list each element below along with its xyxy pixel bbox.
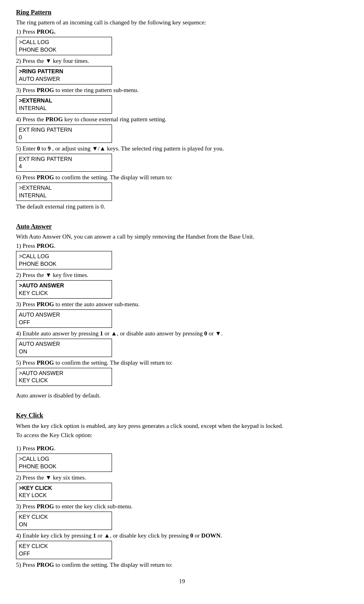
ring-step-3: 3) Press PROG to enter the ring pattern … bbox=[16, 86, 348, 94]
ring-pattern-intro: The ring pattern of an incoming call is … bbox=[16, 18, 348, 27]
ring-lcd-6: >EXTERNAL INTERNAL bbox=[16, 183, 112, 201]
auto-lcd-4-line2: ON bbox=[19, 348, 27, 355]
key-lcd-3: KEY CLICK ON bbox=[16, 512, 112, 530]
key-lcd-4-line2: OFF bbox=[19, 550, 30, 557]
key-lcd-2-line2: KEY LOCK bbox=[19, 492, 47, 498]
auto-lcd-3-line2: OFF bbox=[19, 319, 30, 325]
ring-lcd-3: >EXTERNAL INTERNAL bbox=[16, 95, 112, 114]
ring-lcd-2-line2: AUTO ANSWER bbox=[19, 76, 60, 82]
ring-lcd-1-line2: PHONE BOOK bbox=[19, 46, 56, 53]
ring-lcd-3-line2: INTERNAL bbox=[19, 105, 46, 111]
key-step-4: 4) Enable key click by pressing 1 or ▲, … bbox=[16, 532, 348, 540]
auto-lcd-3: AUTO ANSWER OFF bbox=[16, 309, 112, 328]
auto-step-2: 2) Press the ▼ key five times. bbox=[16, 271, 348, 279]
ring-default-note: The default external ring pattern is 0. bbox=[16, 203, 348, 211]
key-lcd-3-line1: KEY CLICK bbox=[19, 514, 48, 520]
ring-lcd-5-line2: 4 bbox=[19, 163, 22, 169]
ring-pattern-heading: Ring Pattern bbox=[16, 8, 348, 17]
auto-answer-intro: With Auto Answer ON, you can answer a ca… bbox=[16, 233, 348, 241]
auto-lcd-5-line2: KEY CLICK bbox=[19, 377, 48, 383]
key-lcd-4-line1: KEY CLICK bbox=[19, 543, 48, 549]
auto-lcd-1-line2: PHONE BOOK bbox=[19, 261, 56, 267]
page-number: 19 bbox=[16, 577, 348, 586]
auto-lcd-2-line2: KEY CLICK bbox=[19, 290, 48, 296]
ring-lcd-2: >RING PATTERN AUTO ANSWER bbox=[16, 66, 112, 84]
ring-lcd-4: EXT RING PATTERN 0 bbox=[16, 124, 112, 143]
ring-lcd-6-line1: >EXTERNAL bbox=[19, 185, 52, 191]
key-click-intro2: To access the Key Click option: bbox=[16, 431, 348, 439]
auto-answer-section: Auto Answer With Auto Answer ON, you can… bbox=[16, 222, 348, 400]
auto-lcd-2: >AUTO ANSWER KEY CLICK bbox=[16, 280, 112, 299]
auto-lcd-2-line1: >AUTO ANSWER bbox=[19, 282, 64, 289]
auto-lcd-1: >CALL LOG PHONE BOOK bbox=[16, 251, 112, 269]
auto-lcd-4-line1: AUTO ANSWER bbox=[19, 341, 60, 347]
ring-lcd-5: EXT RING PATTERN 4 bbox=[16, 154, 112, 172]
auto-lcd-1-line1: >CALL LOG bbox=[19, 253, 49, 259]
ring-lcd-4-line1: EXT RING PATTERN bbox=[19, 126, 72, 133]
ring-step-4: 4) Press the PROG key to choose external… bbox=[16, 115, 348, 124]
ring-lcd-1-line1: >CALL LOG bbox=[19, 39, 49, 45]
auto-lcd-3-line1: AUTO ANSWER bbox=[19, 311, 60, 318]
key-step-1: 1) Press PROG. bbox=[16, 444, 348, 453]
key-lcd-2: >KEY CLICK KEY LOCK bbox=[16, 483, 112, 501]
key-step-2: 2) Press the ▼ key six times. bbox=[16, 474, 348, 482]
key-click-heading: Key Click bbox=[16, 411, 348, 420]
key-lcd-1-line1: >CALL LOG bbox=[19, 456, 49, 462]
ring-step-1-bold: PROG. bbox=[37, 28, 56, 35]
ring-pattern-section: Ring Pattern The ring pattern of an inco… bbox=[16, 8, 348, 211]
auto-default-note: Auto answer is disabled by default. bbox=[16, 391, 348, 400]
key-lcd-1-line2: PHONE BOOK bbox=[19, 463, 56, 470]
auto-step-5: 5) Press PROG to confirm the setting. Th… bbox=[16, 359, 348, 367]
ring-lcd-2-line1: >RING PATTERN bbox=[19, 68, 63, 74]
ring-lcd-3-line1: >EXTERNAL bbox=[19, 97, 52, 104]
auto-lcd-5: >AUTO ANSWER KEY CLICK bbox=[16, 368, 112, 386]
auto-step-4: 4) Enable auto answer by pressing 1 or ▲… bbox=[16, 329, 348, 338]
key-step-5: 5) Press PROG to confirm the setting. Th… bbox=[16, 561, 348, 569]
ring-step-5: 5) Enter 0 to 9 , or adjust using ▼/▲ ke… bbox=[16, 144, 348, 153]
ring-lcd-4-line2: 0 bbox=[19, 134, 22, 140]
ring-step-2: 2) Press the ▼ key four times. bbox=[16, 57, 348, 65]
ring-lcd-6-line2: INTERNAL bbox=[19, 192, 46, 199]
key-click-section: Key Click When the key click option is e… bbox=[16, 411, 348, 569]
ring-lcd-5-line1: EXT RING PATTERN bbox=[19, 156, 72, 162]
key-lcd-2-line1: >KEY CLICK bbox=[19, 485, 52, 491]
auto-lcd-5-line1: >AUTO ANSWER bbox=[19, 370, 63, 376]
auto-answer-heading: Auto Answer bbox=[16, 222, 348, 231]
auto-lcd-4: AUTO ANSWER ON bbox=[16, 339, 112, 357]
key-step-3: 3) Press PROG to enter the key click sub… bbox=[16, 502, 348, 511]
key-lcd-3-line2: ON bbox=[19, 521, 27, 528]
ring-step-6: 6) Press PROG to confirm the setting. Th… bbox=[16, 173, 348, 182]
auto-step-1: 1) Press PROG. bbox=[16, 242, 348, 250]
key-lcd-1: >CALL LOG PHONE BOOK bbox=[16, 454, 112, 472]
ring-lcd-1: >CALL LOG PHONE BOOK bbox=[16, 37, 112, 55]
key-lcd-4: KEY CLICK OFF bbox=[16, 541, 112, 559]
auto-step-3: 3) Press PROG to enter the auto answer s… bbox=[16, 300, 348, 309]
key-click-intro1: When the key click option is enabled, an… bbox=[16, 422, 348, 430]
ring-step-1: 1) Press PROG. bbox=[16, 28, 348, 36]
